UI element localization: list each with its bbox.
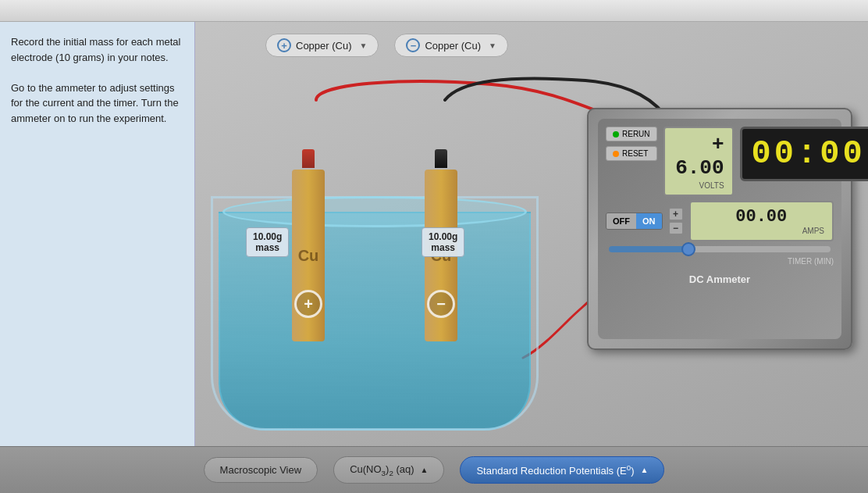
negative-electrode-clip <box>435 149 447 168</box>
volts-value: + 6.00 <box>673 133 724 180</box>
off-button[interactable]: OFF <box>607 213 636 229</box>
rerun-button[interactable]: RERUN <box>606 127 657 141</box>
top-bar <box>0 0 868 22</box>
rerun-label: RERUN <box>622 130 650 138</box>
device-label: DC Ammeter <box>689 273 750 285</box>
chem-arrow: ▲ <box>421 466 429 474</box>
reset-led <box>613 151 619 157</box>
reset-button[interactable]: RESET <box>606 146 657 161</box>
negative-electrode-rod-label: Cu <box>431 247 452 265</box>
ammeter-controls: RERUN RESET <box>606 127 657 161</box>
amps-display: 00.00 AMPS <box>689 201 834 241</box>
positive-electrode-clip <box>302 149 315 168</box>
positive-electrode-selector[interactable]: + Copper (Cu) ▼ <box>265 34 379 57</box>
reset-label: RESET <box>622 149 648 158</box>
negative-electrode-icon: − <box>406 38 420 52</box>
plus-minus-buttons: + − <box>669 208 683 234</box>
timer-display: 00:00 <box>740 127 868 181</box>
negative-electrode-label: Copper (Cu) <box>425 40 481 52</box>
timer-value: 00:00 <box>752 135 866 173</box>
reduction-arrow: ▲ <box>640 466 648 474</box>
minus-button[interactable]: − <box>669 222 683 234</box>
volts-display: + 6.00 VOLTS <box>663 127 734 196</box>
ammeter-top-row: RERUN RESET + 6.00 VOLTS 00:00 <box>606 127 834 196</box>
positive-electrode-icon: + <box>277 38 291 52</box>
plus-button[interactable]: + <box>669 208 683 220</box>
timer-min-label: TIMER (MIN) <box>788 257 834 266</box>
beaker-top-ellipse <box>222 196 527 227</box>
volts-label: VOLTS <box>673 181 724 190</box>
amps-value: 00.00 <box>699 207 825 227</box>
negative-electrode-rod: Cu − <box>425 170 457 341</box>
rerun-led <box>613 131 619 138</box>
positive-electrode-arrow: ▼ <box>360 41 368 50</box>
macroscopic-view-button[interactable]: Macroscopic View <box>204 457 318 483</box>
electrode-selectors: + Copper (Cu) ▼ − Copper (Cu) ▼ <box>203 22 868 69</box>
macroscopic-view-label: Macroscopic View <box>220 464 302 476</box>
ammeter-inner: RERUN RESET + 6.00 VOLTS 00:00 <box>598 119 841 339</box>
positive-electrode-rod-label: Cu <box>298 247 319 265</box>
ammeter-device: RERUN RESET + 6.00 VOLTS 00:00 <box>587 108 852 350</box>
positive-electrode: Cu + <box>285 149 332 341</box>
standard-reduction-label: Standard Reduction Potentials (E0) <box>476 463 634 477</box>
ammeter-bottom-row: TIMER (MIN) <box>606 257 834 266</box>
standard-reduction-button[interactable]: Standard Reduction Potentials (E0) ▲ <box>460 456 664 484</box>
positive-electrode-rod: Cu + <box>292 170 325 341</box>
instruction-text-1: Record the initial mass for each metal e… <box>11 34 183 65</box>
positive-electrode-label: Copper (Cu) <box>296 40 352 52</box>
positive-symbol: + <box>294 290 322 318</box>
instruction-text-2: Go to the ammeter to adjust settings for… <box>11 80 183 127</box>
on-off-toggle: OFF ON <box>606 213 663 230</box>
negative-symbol: − <box>427 290 455 318</box>
experiment-scene: Cu + Cu − 10.00g mass 10.00g mass <box>195 69 868 446</box>
ammeter-mid-row: OFF ON + − 00.00 AMPS <box>606 201 834 241</box>
chemical-formula-label: Cu(NO3)2 (aq) <box>350 463 414 477</box>
beaker-water <box>219 212 531 430</box>
amps-label: AMPS <box>699 227 825 235</box>
ammeter-slider[interactable] <box>609 246 831 252</box>
on-button[interactable]: ON <box>636 213 662 229</box>
beaker: Cu + Cu − 10.00g mass 10.00g mass <box>211 134 539 430</box>
slider-row <box>606 246 834 252</box>
negative-electrode: Cu − <box>418 149 464 341</box>
negative-electrode-arrow: ▼ <box>489 41 496 50</box>
bottom-bar: Macroscopic View Cu(NO3)2 (aq) ▲ Standar… <box>0 446 868 493</box>
chemical-formula-button[interactable]: Cu(NO3)2 (aq) ▲ <box>333 456 444 484</box>
negative-electrode-selector[interactable]: − Copper (Cu) ▼ <box>394 34 507 57</box>
instruction-panel: Record the initial mass for each metal e… <box>0 22 195 446</box>
